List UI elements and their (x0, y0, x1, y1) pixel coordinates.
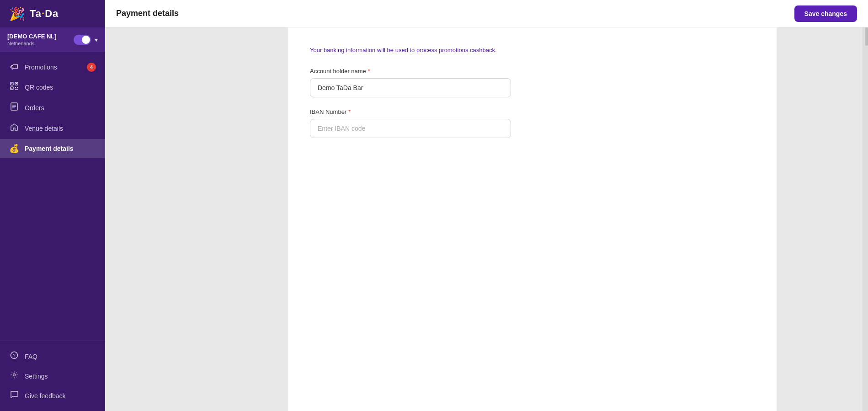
center-panel: Your banking information will be used to… (288, 27, 777, 411)
content-area: Your banking information will be used to… (105, 27, 868, 411)
sidebar-nav: 🏷 Promotions 4 (0, 52, 105, 341)
sidebar-item-label: Settings (25, 373, 48, 380)
app-logo: 🎉 Ta·Da (0, 0, 105, 27)
save-changes-button[interactable]: Save changes (794, 5, 857, 22)
left-panel (105, 27, 288, 411)
svg-rect-3 (16, 83, 17, 84)
logo-icon: 🎉 (9, 6, 25, 21)
svg-rect-8 (15, 89, 18, 90)
required-star: * (368, 68, 370, 75)
page-title: Payment details (116, 9, 179, 18)
chevron-down-icon: ▾ (95, 36, 98, 43)
sidebar-bottom: ? FAQ Settings (0, 341, 105, 411)
sidebar-item-label: Orders (25, 104, 44, 112)
payment-details-icon: 💰 (9, 144, 19, 154)
svg-rect-1 (11, 83, 12, 84)
sidebar-item-payment-details[interactable]: 💰 Payment details (0, 139, 105, 158)
sidebar-item-label: Give feedback (25, 392, 66, 400)
required-star-iban: * (348, 108, 351, 115)
sidebar-item-label: FAQ (25, 353, 37, 360)
account-holder-input[interactable] (310, 78, 511, 97)
sidebar: 🎉 Ta·Da [DEMO CAFE NL] Netherlands ▾ 🏷 P… (0, 0, 105, 411)
topbar: Payment details Save changes (105, 0, 868, 27)
iban-group: IBAN Number * (310, 108, 755, 138)
account-holder-group: Account holder name * (310, 68, 755, 97)
venue-selector[interactable]: [DEMO CAFE NL] Netherlands ▾ (0, 27, 105, 52)
venue-toggle[interactable] (74, 35, 91, 45)
iban-input[interactable] (310, 119, 511, 138)
main-content: Payment details Save changes Your bankin… (105, 0, 868, 411)
orders-icon (9, 102, 19, 113)
logo-text: Ta·Da (30, 8, 59, 20)
venue-details-icon (9, 123, 19, 133)
venue-info: [DEMO CAFE NL] Netherlands (7, 33, 57, 46)
venue-country: Netherlands (7, 41, 57, 46)
promotions-icon: 🏷 (9, 62, 19, 72)
scrollbar[interactable] (863, 27, 868, 411)
svg-rect-6 (15, 87, 16, 88)
svg-rect-5 (11, 88, 12, 89)
qr-codes-icon (9, 82, 19, 92)
iban-label: IBAN Number * (310, 108, 755, 115)
sidebar-item-venue-details[interactable]: Venue details (0, 118, 105, 138)
sidebar-item-faq[interactable]: ? FAQ (0, 347, 105, 366)
venue-toggle-area: ▾ (74, 35, 98, 45)
sidebar-item-settings[interactable]: Settings (0, 366, 105, 386)
svg-text:?: ? (13, 353, 16, 358)
sidebar-item-orders[interactable]: Orders (0, 98, 105, 117)
banking-info-text: Your banking information will be used to… (310, 46, 755, 55)
account-holder-label: Account holder name * (310, 68, 755, 75)
scrollbar-thumb (865, 27, 868, 46)
right-panel (777, 27, 868, 411)
sidebar-item-label: Venue details (25, 125, 63, 132)
sidebar-item-promotions[interactable]: 🏷 Promotions 4 (0, 58, 105, 76)
promotions-badge: 4 (87, 63, 96, 72)
sidebar-item-qr-codes[interactable]: QR codes (0, 77, 105, 97)
svg-point-15 (13, 374, 16, 376)
give-feedback-icon (9, 390, 19, 401)
sidebar-item-label: QR codes (25, 84, 53, 91)
sidebar-item-label: Promotions (25, 64, 57, 71)
svg-rect-7 (17, 87, 18, 88)
settings-icon (9, 371, 19, 381)
sidebar-item-label: Payment details (25, 145, 74, 152)
venue-name: [DEMO CAFE NL] (7, 33, 57, 40)
faq-icon: ? (9, 351, 19, 362)
sidebar-item-give-feedback[interactable]: Give feedback (0, 386, 105, 406)
